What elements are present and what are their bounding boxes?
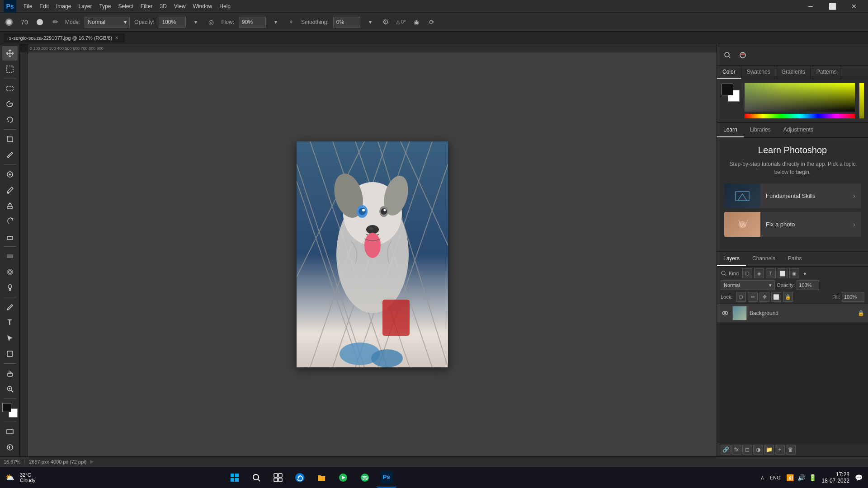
adjustment-layer-button[interactable]: ◑: [753, 445, 763, 455]
lock-artboard-icon[interactable]: ⬜: [771, 292, 781, 302]
path-selection-tool[interactable]: [2, 331, 18, 345]
spot-heal-tool[interactable]: [2, 167, 18, 182]
fg-color-box[interactable]: [722, 84, 733, 95]
delete-layer-button[interactable]: 🗑: [786, 445, 796, 455]
blur-tool[interactable]: [2, 265, 18, 279]
layer-effects-button[interactable]: fx: [731, 445, 741, 455]
foreground-color-swatch[interactable]: [2, 403, 11, 412]
layer-mask-button[interactable]: ◻: [742, 445, 752, 455]
zoom-tool[interactable]: [2, 381, 18, 396]
eyedropper-tool[interactable]: [2, 148, 18, 162]
smoothing-input[interactable]: [333, 17, 360, 28]
fill-value-input[interactable]: [842, 292, 864, 302]
notifications-icon[interactable]: 💬: [855, 474, 863, 481]
task-view-button[interactable]: [268, 468, 288, 488]
opacity-icon[interactable]: ▾: [190, 17, 201, 28]
fg-bg-color-swatch[interactable]: [721, 83, 741, 103]
language-indicator[interactable]: ENG: [770, 475, 781, 480]
smoothing-icon[interactable]: ▾: [365, 17, 376, 28]
history-brush-tool[interactable]: [2, 214, 18, 228]
volume-icon[interactable]: 🔊: [797, 474, 805, 481]
artboard-tool[interactable]: [2, 61, 18, 76]
screen-mode-toggle[interactable]: [2, 424, 18, 439]
tab-layers[interactable]: Layers: [717, 252, 746, 266]
menu-edit[interactable]: Edit: [36, 1, 52, 11]
filter-shape-icon[interactable]: ⬜: [778, 268, 788, 278]
flow-icon[interactable]: ▾: [270, 17, 281, 28]
document-tab[interactable]: s-sergio-souza-2291077.jpg @ 16.7% (RGB/…: [4, 33, 124, 42]
tab-adjustments[interactable]: Adjustments: [777, 123, 820, 137]
menu-image[interactable]: Image: [52, 1, 75, 11]
layer-visibility-toggle[interactable]: [721, 309, 730, 318]
move-tool[interactable]: [2, 46, 18, 61]
tab-close-button[interactable]: ✕: [115, 35, 118, 40]
network-icon[interactable]: 📶: [786, 474, 794, 481]
search-panel-icon[interactable]: [721, 48, 734, 62]
menu-help[interactable]: Help: [216, 1, 234, 11]
filter-adjust-icon[interactable]: ◈: [754, 268, 764, 278]
link-layers-button[interactable]: 🔗: [721, 445, 731, 455]
eraser-tool[interactable]: [2, 230, 18, 244]
menu-filter[interactable]: Filter: [137, 1, 156, 11]
new-layer-button[interactable]: +: [775, 445, 785, 455]
settings-icon[interactable]: ⚙: [380, 17, 391, 28]
brush-pressure[interactable]: ◉: [411, 17, 422, 28]
taskbar-time[interactable]: 17:28 18-07-2022: [822, 471, 849, 484]
tutorial-card-fix-photo[interactable]: Fix a photo ›: [724, 212, 861, 237]
menu-type[interactable]: Type: [95, 1, 114, 11]
minimize-button[interactable]: ─: [800, 0, 821, 13]
canvas-main[interactable]: [28, 52, 717, 456]
marquee-tool[interactable]: [2, 81, 18, 96]
opacity-value-input[interactable]: [797, 280, 819, 290]
lock-paint-icon[interactable]: ✏: [748, 292, 758, 302]
tool-preset-icon[interactable]: [4, 17, 14, 28]
menu-3d[interactable]: 3D: [156, 1, 170, 11]
taskbar-chevron[interactable]: ∧: [760, 474, 764, 481]
spotify-button[interactable]: [355, 468, 375, 488]
hue-bar[interactable]: [744, 113, 855, 119]
edge-browser-button[interactable]: [290, 468, 310, 488]
crop-tool[interactable]: [2, 132, 18, 146]
menu-layer[interactable]: Layer: [75, 1, 95, 11]
lock-position-icon[interactable]: ✥: [760, 292, 769, 302]
lock-all-icon[interactable]: 🔒: [783, 292, 793, 302]
layer-item-background[interactable]: Background 🔒: [717, 304, 868, 323]
layer-group-button[interactable]: 📁: [764, 445, 774, 455]
search-button[interactable]: [246, 468, 266, 488]
tab-channels[interactable]: Channels: [746, 252, 782, 266]
filter-more-icon[interactable]: ●: [801, 268, 808, 278]
tab-swatches[interactable]: Swatches: [741, 66, 776, 79]
filter-pixel-icon[interactable]: ⬡: [742, 268, 752, 278]
menu-window[interactable]: Window: [189, 1, 216, 11]
lock-transparency-icon[interactable]: ⬡: [736, 292, 746, 302]
filter-smart-icon[interactable]: ◉: [789, 268, 799, 278]
tab-patterns[interactable]: Patterns: [811, 66, 843, 79]
start-button[interactable]: [225, 468, 245, 488]
filter-type-icon[interactable]: T: [766, 268, 776, 278]
blend-mode-dropdown[interactable]: Normal▾: [721, 280, 775, 290]
color-picker[interactable]: [2, 403, 18, 418]
flow-input[interactable]: [239, 17, 266, 28]
tab-color[interactable]: Color: [717, 66, 741, 79]
brush-shape-icon[interactable]: [34, 17, 45, 28]
file-explorer-button[interactable]: [311, 468, 331, 488]
tutorial-card-fundamental[interactable]: Fundamental Skills ›: [724, 183, 861, 208]
clone-stamp-tool[interactable]: [2, 198, 18, 213]
gradient-tool[interactable]: [2, 249, 18, 263]
color-spectrum[interactable]: [744, 83, 855, 112]
menu-file[interactable]: File: [20, 1, 36, 11]
quick-mask-toggle[interactable]: [2, 440, 18, 455]
brush-tool[interactable]: [2, 183, 18, 197]
smoothing-toggle[interactable]: ⌖: [286, 17, 297, 28]
brush-rotation[interactable]: ⟳: [426, 17, 437, 28]
quick-select-tool[interactable]: [2, 113, 18, 127]
pen-tool[interactable]: [2, 300, 18, 314]
airbrush-icon[interactable]: ◎: [206, 17, 217, 28]
photoshop-button[interactable]: Ps: [377, 468, 396, 488]
brightness-bar[interactable]: [859, 83, 864, 119]
document-canvas[interactable]: [297, 141, 448, 367]
mode-dropdown[interactable]: Normal ▾: [85, 17, 130, 28]
tab-paths[interactable]: Paths: [782, 252, 808, 266]
angle-input[interactable]: △ 0°: [396, 17, 406, 28]
tab-gradients[interactable]: Gradients: [776, 66, 811, 79]
